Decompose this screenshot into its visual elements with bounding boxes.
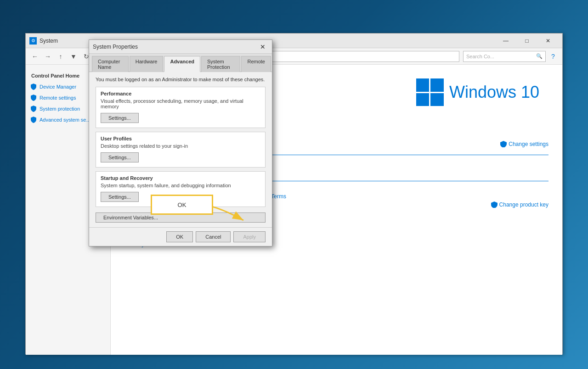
- shield-icon-product-key: [491, 201, 498, 208]
- help-button[interactable]: ?: [548, 51, 559, 62]
- performance-desc: Visual effects, processor scheduling, me…: [101, 98, 260, 109]
- tab-system-protection-label: System Protection: [207, 59, 230, 70]
- admin-notice: You must be logged on as an Administrato…: [96, 77, 266, 82]
- maximize-button[interactable]: □: [516, 34, 537, 48]
- dialog-tabs: Computer Name Hardware Advanced System P…: [89, 54, 272, 72]
- shield-icon-change: [500, 141, 507, 147]
- startup-recovery-desc: System startup, system failure, and debu…: [101, 183, 260, 188]
- logo-square-2: [430, 78, 444, 92]
- dialog-bottom-buttons: OK Cancel Apply: [89, 227, 272, 246]
- ok-highlight-box[interactable]: OK: [151, 195, 213, 215]
- user-profiles-settings-button[interactable]: Settings...: [101, 152, 139, 162]
- user-profiles-title: User Profiles: [101, 136, 260, 141]
- windows10-logo: Windows 10: [416, 78, 539, 106]
- ok-button[interactable]: OK: [166, 231, 193, 242]
- windows10-text: Windows 10: [449, 83, 539, 102]
- dialog-title: System Properties: [93, 44, 138, 50]
- minimize-button[interactable]: —: [495, 34, 516, 48]
- sidebar-label-device-manager: Device Manager: [40, 84, 76, 89]
- shield-icon-system-protection: [30, 106, 37, 112]
- windows-logo-grid: [416, 78, 444, 106]
- performance-title: Performance: [101, 91, 260, 96]
- sidebar-label-advanced-system: Advanced system se...: [40, 117, 90, 123]
- logo-square-1: [416, 78, 430, 92]
- tab-advanced-label: Advanced: [170, 59, 194, 64]
- titlebar-buttons: — □ ✕: [495, 34, 559, 48]
- cancel-button[interactable]: Cancel: [196, 231, 231, 242]
- apply-button[interactable]: Apply: [233, 231, 266, 242]
- startup-recovery-title: Startup and Recovery: [101, 175, 260, 181]
- tab-computer-name[interactable]: Computer Name: [92, 56, 129, 72]
- tab-system-protection[interactable]: System Protection: [201, 56, 240, 72]
- user-profiles-desc: Desktop settings related to your sign-in: [101, 143, 260, 149]
- performance-settings-button[interactable]: Settings...: [101, 113, 139, 123]
- ok-highlight-text: OK: [178, 201, 187, 208]
- startup-recovery-settings-button[interactable]: Settings...: [101, 192, 139, 202]
- change-product-key-link[interactable]: Change product key: [491, 201, 548, 208]
- system-props-dialog: System Properties ✕ Computer Name Hardwa…: [89, 39, 272, 246]
- change-product-key-text: Change product key: [499, 201, 548, 208]
- dialog-titlebar: System Properties ✕: [89, 40, 272, 54]
- shield-icon-remote-settings: [30, 95, 37, 101]
- tab-hardware-label: Hardware: [136, 59, 158, 64]
- shield-icon-advanced-system: [30, 117, 37, 123]
- change-settings-link[interactable]: Change settings: [500, 141, 548, 147]
- sidebar-label-system-protection: System protection: [40, 106, 80, 112]
- search-bar[interactable]: Search Co... 🔍: [463, 51, 546, 62]
- titlebar-left: ⚙ System: [29, 37, 58, 45]
- tab-remote[interactable]: Remote: [241, 56, 271, 72]
- change-settings-text: Change settings: [509, 141, 548, 147]
- recent-button[interactable]: ▼: [68, 51, 79, 62]
- tab-remote-label: Remote: [247, 59, 265, 64]
- tab-hardware[interactable]: Hardware: [130, 56, 164, 72]
- back-button[interactable]: ←: [29, 51, 40, 62]
- system-title-text: System: [40, 38, 58, 44]
- search-icon: 🔍: [536, 53, 543, 59]
- system-title-icon: ⚙: [29, 37, 37, 45]
- logo-square-4: [430, 93, 444, 106]
- forward-button[interactable]: →: [42, 51, 53, 62]
- logo-square-3: [416, 93, 430, 106]
- shield-icon-device-manager: [30, 84, 37, 90]
- up-button[interactable]: ↑: [55, 51, 66, 62]
- tab-computer-name-label: Computer Name: [98, 59, 120, 70]
- close-button[interactable]: ✕: [537, 34, 559, 48]
- performance-section: Performance Visual effects, processor sc…: [96, 87, 266, 128]
- sidebar-label-remote-settings: Remote settings: [40, 95, 76, 101]
- tab-advanced[interactable]: Advanced: [164, 56, 200, 72]
- user-profiles-section: User Profiles Desktop settings related t…: [96, 132, 266, 168]
- search-placeholder: Search Co...: [466, 54, 494, 59]
- dialog-close-button[interactable]: ✕: [257, 41, 268, 52]
